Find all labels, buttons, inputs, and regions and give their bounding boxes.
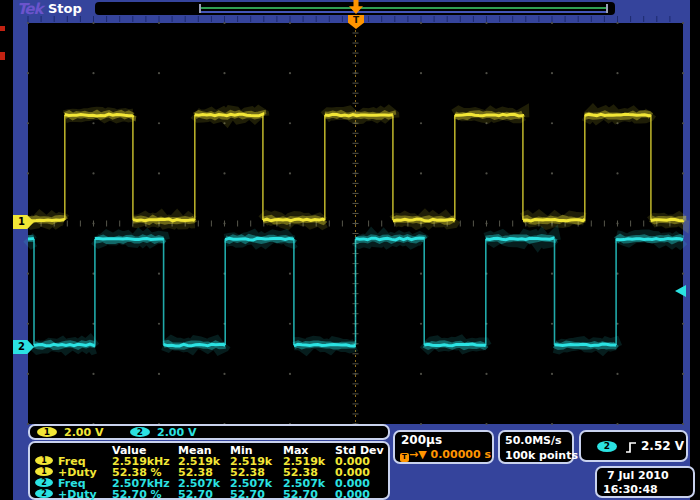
ch1-badge[interactable]: 1 — [37, 427, 57, 437]
rising-edge-icon — [625, 440, 637, 455]
channel-scale-bar: 1 2.00 V 2 2.00 V — [28, 424, 390, 440]
time-readout: 16:30:48 — [603, 483, 658, 496]
record-view-baseline — [200, 11, 608, 13]
trigger-delay-icon: T — [400, 453, 409, 462]
sample-rate-readout: 50.0MS/s — [505, 434, 562, 447]
tek-logo: Tek — [17, 0, 42, 18]
measurement-row: 1Freq2.519kHz2.519k2.519k2.519k0.000 — [30, 455, 388, 466]
channel-badge: 1 — [35, 467, 53, 476]
channel-badge: 2 — [35, 478, 53, 487]
channel-badge: 2 — [35, 489, 53, 498]
oscilloscope-screen: Tek Stop T 1 2 1 2.00 V 2 2.00 V Value M… — [0, 0, 700, 500]
record-view-left-bracket — [199, 4, 201, 13]
trigger-source-badge: 2 — [597, 441, 617, 452]
measurement-cell: +Duty — [58, 488, 97, 500]
horizontal-settings-box[interactable]: 200µs T→▼ 0.00000 s — [393, 430, 494, 464]
measurement-cell: 52.70 — [230, 488, 265, 500]
record-length-readout: 100k points — [505, 449, 578, 462]
measurement-header-row: Value Mean Min Max Std Dev — [30, 444, 388, 455]
measurement-row: 2+Duty52.70 %52.7052.7052.700.000 — [30, 488, 388, 499]
acquisition-settings-box[interactable]: 50.0MS/s 100k points — [498, 430, 574, 464]
bezel-led-2 — [0, 52, 5, 60]
ch1-volts-per-div[interactable]: 2.00 V — [64, 426, 103, 439]
ch2-volts-per-div[interactable]: 2.00 V — [157, 426, 196, 439]
measurement-cell: 0.000 — [335, 488, 370, 500]
measurement-cell: 52.70 — [178, 488, 213, 500]
trigger-level-readout: 2.52 V — [641, 439, 684, 453]
ch2-badge[interactable]: 2 — [130, 427, 150, 437]
measurement-table: Value Mean Min Max Std Dev 1Freq2.519kHz… — [28, 441, 390, 500]
record-view-right-bracket — [606, 4, 608, 13]
measurement-cell: 52.70 % — [112, 488, 162, 500]
measurement-cell: 52.70 — [283, 488, 318, 500]
bezel-led-1 — [0, 26, 5, 31]
measurement-row: 1+Duty52.38 %52.3852.3852.380.000 — [30, 466, 388, 477]
datetime-box: 7 Jul 2010 16:30:48 — [595, 466, 695, 498]
trigger-delay-readout: T→▼ 0.00000 s — [400, 448, 491, 462]
timebase-readout: 200µs — [401, 433, 442, 447]
waveform-display-area — [28, 23, 683, 424]
channel-badge: 1 — [35, 456, 53, 465]
measurement-row: 2Freq2.507kHz2.507k2.507k2.507k0.000 — [30, 477, 388, 488]
trigger-settings-box[interactable]: 2 2.52 V — [579, 430, 688, 462]
record-view-waveform — [200, 7, 608, 9]
date-readout: 7 Jul 2010 — [607, 469, 669, 482]
acquisition-status: Stop — [48, 1, 82, 16]
